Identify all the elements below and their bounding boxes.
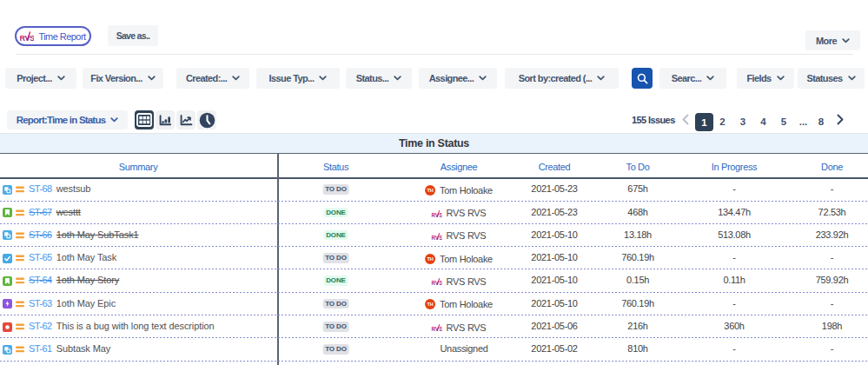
svg-text:RVS: RVS: [432, 280, 442, 286]
svg-text:RVS: RVS: [432, 235, 442, 241]
svg-text:RVS: RVS: [432, 212, 442, 218]
svg-text:RVS: RVS: [20, 34, 34, 42]
svg-text:RVS: RVS: [432, 326, 442, 332]
